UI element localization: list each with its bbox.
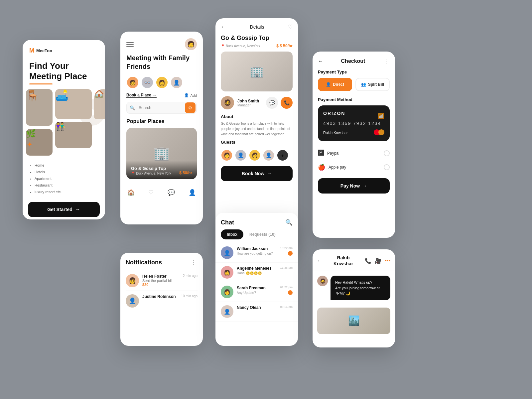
menu-item-home[interactable]: Home: [35, 162, 98, 169]
pay-now-button[interactable]: Pay Now →: [318, 178, 390, 194]
screen-checkout: ← Checkout ⋮ Payment Type 👤 Direct 👥 Spl…: [313, 52, 395, 238]
tab-inbox[interactable]: Inbox: [221, 229, 243, 239]
manager-actions: 💬 📞: [266, 97, 293, 109]
call-button[interactable]: 📞: [281, 97, 293, 109]
paypal-option[interactable]: 🅿 Paypal: [313, 146, 395, 160]
notif-time-2: 10 min ago: [181, 294, 198, 298]
menu-item-apartment[interactable]: Apartment: [35, 176, 98, 182]
menu-item-resort[interactable]: luxury resort etc.: [35, 189, 98, 196]
more-options-icon[interactable]: ⋮: [383, 58, 390, 65]
photo-collage: 🪑 🛋️ 🏠 🌿 👫 ✦: [26, 89, 102, 159]
favorite-icon[interactable]: ♡: [288, 24, 293, 30]
manager-details: John Smith Manager: [237, 99, 259, 107]
details-header: ← Details ♡: [215, 18, 298, 33]
screen-notifications: Notifications ⋮ 👩 Helen Foster Sent the …: [120, 253, 203, 346]
meeting-title: Meeting with Family Friends: [120, 54, 203, 76]
notif-title: Notifications: [126, 259, 162, 266]
app-header: 🧑: [120, 32, 203, 54]
place-card[interactable]: 🏢 Go & Gossip Top 📍 Buck Avenue, New Yor…: [126, 128, 197, 179]
guest-4: 👤: [263, 149, 275, 161]
collage-img-1: 🪑: [26, 89, 53, 126]
apple-icon: 🍎: [318, 164, 325, 171]
direct-button[interactable]: 👤 Direct: [318, 78, 352, 91]
guest-1: 🧑: [221, 149, 233, 161]
screen-main-app: 🧑 Meeting with Family Friends 🧑 👓 👩 👤 Bo…: [120, 32, 203, 224]
header-title: Checkout: [341, 58, 365, 64]
filter-button[interactable]: ⚙: [185, 102, 196, 113]
book-now-button[interactable]: Book Now →: [221, 166, 293, 181]
pin-icon: 📍: [131, 172, 135, 175]
chat-item-3[interactable]: 👩 Sarah Freeman Any Update? 02:22 pm: [215, 282, 298, 302]
more-options-icon[interactable]: •••: [385, 258, 390, 264]
guest-avatars: 🧑 👓 👩 👤: [120, 76, 203, 93]
person-icon: 👤: [326, 82, 331, 87]
about-section: About Go & Gossip Top is a fun place wit…: [215, 114, 298, 140]
chat-item-4[interactable]: 👤 Nancy Olean 03:14 am: [215, 302, 298, 322]
screen-chat: Chat 🔍 Inbox Requests (10) 👤 William Jac…: [215, 213, 298, 346]
dollar-icon: $: [276, 44, 279, 48]
chat-time-3: 02:22 pm: [280, 286, 293, 289]
manager-info: 🧔 John Smith Manager: [221, 96, 259, 109]
apple-pay-radio[interactable]: [384, 164, 390, 170]
message-button[interactable]: 💬: [266, 97, 278, 109]
guest-add[interactable]: +: [277, 149, 289, 161]
headline-underline: [29, 83, 53, 84]
nav-home[interactable]: 🏠: [127, 189, 135, 196]
place-meta: 📍 Buck Avenue, NewYork $ $ 50/hr: [215, 43, 298, 52]
chat-item-1[interactable]: 👤 William Jackson How are you getting on…: [215, 243, 298, 263]
call-actions: 📞 🎥 •••: [365, 258, 390, 264]
chat-item-2[interactable]: 👩 Angeline Meneses Haha 😀😀😀😀 11:36 am: [215, 263, 298, 282]
contact-info: Rakib Kowshar: [333, 255, 353, 267]
notif-content-1: Helen Foster Sent the partial bill $20: [142, 274, 178, 287]
bottom-nav: 🏠 ♡ 💬 👤: [120, 184, 203, 200]
more-options-icon[interactable]: ⋮: [191, 259, 198, 266]
tab-requests[interactable]: Requests (10): [243, 229, 282, 239]
phone-icon[interactable]: 📞: [365, 258, 371, 264]
search-icon[interactable]: 🔍: [285, 219, 293, 226]
arrow-right-icon: →: [153, 93, 157, 97]
checkout-header: ← Checkout ⋮: [313, 52, 395, 69]
unread-badge-3: [288, 290, 293, 295]
place-title: Go & Gossip Top: [215, 33, 298, 43]
back-button[interactable]: ←: [318, 58, 323, 64]
credit-card[interactable]: ORIZON 📶 4903 1369 7932 1234 Rakib Kowsh…: [318, 105, 390, 141]
guest-2: 👓: [141, 76, 154, 89]
nav-chat[interactable]: 💬: [168, 189, 175, 196]
place-price: $ $ 50/hr: [276, 44, 293, 48]
chat-time-4: 03:14 am: [280, 305, 293, 309]
chat-tabs: Inbox Requests (10): [215, 229, 298, 243]
menu-item-hotels[interactable]: Hotels: [35, 169, 98, 176]
split-bill-button[interactable]: 👥 Split Bill: [355, 78, 390, 91]
paypal-radio[interactable]: [384, 150, 390, 156]
headline-text: Find Your Meeting Place: [29, 61, 98, 81]
guests-section-title: Guests: [215, 140, 298, 149]
video-icon[interactable]: 🎥: [375, 258, 381, 264]
notification-2: 👤 Justine Robinson 10 min ago: [120, 291, 203, 311]
mastercard-logo: [374, 129, 384, 136]
payment-type-selector: 👤 Direct 👥 Split Bill: [313, 78, 395, 97]
collage-img-3: 🛋️: [55, 89, 92, 119]
person-icon: 👤: [184, 93, 189, 97]
apple-pay-option[interactable]: 🍎 Apple pay: [313, 160, 395, 174]
book-place-link[interactable]: Book a Place →: [126, 93, 157, 98]
split-icon: 👥: [361, 82, 366, 87]
card-footer: Rakib Kowshar: [323, 129, 384, 136]
nav-favorites[interactable]: ♡: [148, 189, 154, 196]
nav-profile[interactable]: 👤: [189, 189, 196, 196]
chat-time-1: 10:22 am: [280, 246, 293, 250]
user-avatar[interactable]: 🧑: [185, 38, 197, 50]
book-section: Book a Place → 👤 Add: [120, 93, 203, 102]
chat-header: Chat 🔍: [215, 213, 298, 229]
logo-text: MeeToo: [36, 48, 52, 53]
menu-item-restaurant[interactable]: Restaurant: [35, 182, 98, 189]
add-guest-button[interactable]: 👤 Add: [184, 93, 197, 97]
pin-icon: 📍: [221, 44, 225, 48]
guest-3: 👩: [249, 149, 261, 161]
chat-title: Chat: [221, 219, 234, 226]
back-button[interactable]: ←: [221, 24, 226, 30]
chat-avatar-1: 👤: [221, 246, 233, 259]
hero-image: 🏢: [221, 52, 293, 91]
hamburger-menu[interactable]: [126, 42, 134, 47]
get-started-button[interactable]: Get Started →: [28, 202, 100, 217]
back-button[interactable]: ←: [317, 258, 322, 263]
